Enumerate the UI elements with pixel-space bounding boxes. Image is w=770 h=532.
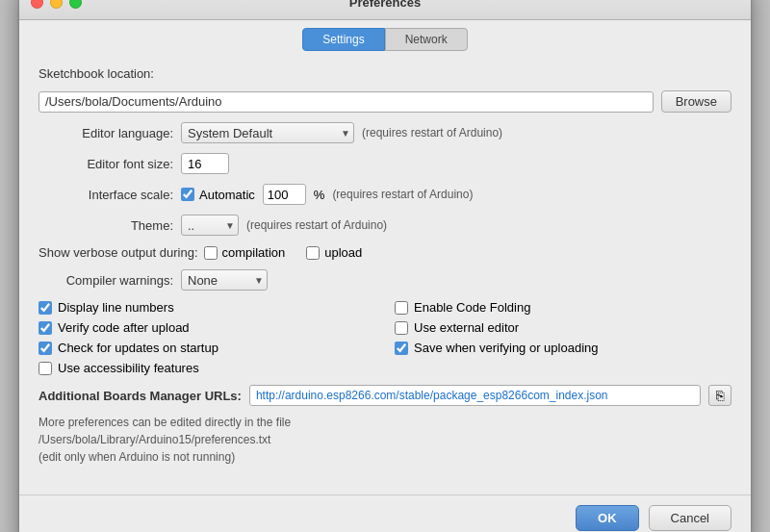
traffic-lights — [31, 0, 82, 9]
ok-button[interactable]: OK — [576, 505, 639, 531]
automatic-label: Automatic — [199, 188, 255, 202]
browse-button[interactable]: Browse — [661, 90, 732, 113]
automatic-checkbox-wrap: Automatic — [181, 188, 255, 202]
checkboxes-grid: Display line numbers Enable Code Folding… — [38, 300, 732, 375]
code-folding-label: Enable Code Folding — [414, 300, 530, 315]
interface-scale-label: Interface scale: — [38, 188, 173, 202]
font-size-input[interactable] — [181, 153, 229, 174]
footer: OK Cancel — [19, 494, 751, 532]
copy-icon-button[interactable]: ⎘ — [708, 385, 732, 406]
interface-scale-row: Interface scale: Automatic % (requires r… — [38, 184, 732, 205]
upload-checkbox-wrap: upload — [306, 245, 362, 260]
preferences-window: Preferences Settings Network Sketchbook … — [19, 0, 751, 532]
check-updates-label: Check for updates on startup — [58, 341, 218, 355]
scale-value-input[interactable] — [263, 184, 306, 205]
check-updates-item: Check for updates on startup — [38, 341, 375, 355]
close-button[interactable] — [31, 0, 43, 9]
compiler-warnings-select[interactable]: None — [181, 269, 268, 291]
editor-language-label: Editor language: — [38, 126, 173, 140]
upload-label: upload — [324, 245, 362, 260]
tab-network[interactable]: Network — [385, 28, 468, 51]
display-line-numbers-label: Display line numbers — [58, 300, 174, 315]
theme-hint: (requires restart of Arduino) — [246, 218, 387, 232]
minimize-button[interactable] — [50, 0, 63, 9]
compilation-checkbox-wrap: compilation — [204, 245, 286, 260]
compilation-label: compilation — [222, 245, 286, 260]
sketchbook-input-row: Browse — [38, 90, 732, 113]
theme-select-wrap: .. ▼ — [181, 215, 239, 236]
sketchbook-label: Sketchbook location: — [38, 66, 154, 81]
theme-select[interactable]: .. — [181, 215, 239, 236]
window-title: Preferences — [349, 0, 421, 10]
accessibility-checkbox[interactable] — [38, 362, 52, 375]
compiler-warnings-row: Compiler warnings: None ▼ — [38, 269, 732, 291]
save-verifying-item: Save when verifying or uploading — [395, 341, 732, 355]
editor-language-row: Editor language: System Default ▼ (requi… — [38, 122, 732, 143]
save-verifying-label: Save when verifying or uploading — [414, 341, 599, 355]
sketchbook-input[interactable] — [38, 91, 654, 113]
interface-scale-hint: (requires restart of Arduino) — [332, 188, 473, 201]
verify-code-label: Verify code after upload — [58, 320, 190, 335]
editor-language-select-wrap: System Default ▼ — [181, 122, 354, 143]
tab-bar: Settings Network — [19, 20, 751, 51]
titlebar: Preferences — [19, 0, 751, 20]
info-text: More preferences can be edited directly … — [38, 414, 732, 466]
save-verifying-checkbox[interactable] — [395, 342, 408, 355]
editor-font-size-row: Editor font size: — [38, 153, 732, 174]
verbose-row: Show verbose output during: compilation … — [38, 245, 732, 260]
compiler-warnings-select-wrap: None ▼ — [181, 269, 268, 291]
verify-code-item: Verify code after upload — [38, 320, 375, 335]
maximize-button[interactable] — [69, 0, 82, 9]
additional-boards-label: Additional Boards Manager URLs: — [38, 389, 242, 403]
percent-label: % — [314, 188, 325, 202]
additional-boards-input[interactable] — [249, 385, 701, 406]
external-editor-item: Use external editor — [395, 320, 732, 335]
accessibility-label: Use accessibility features — [58, 361, 199, 375]
cancel-button[interactable]: Cancel — [649, 505, 732, 531]
external-editor-label: Use external editor — [414, 320, 519, 335]
additional-boards-row: Additional Boards Manager URLs: ⎘ — [38, 385, 732, 406]
accessibility-item: Use accessibility features — [38, 361, 375, 375]
upload-checkbox[interactable] — [306, 246, 320, 260]
check-updates-checkbox[interactable] — [38, 342, 52, 355]
compilation-checkbox[interactable] — [204, 246, 218, 260]
external-editor-checkbox[interactable] — [395, 321, 408, 335]
editor-language-hint: (requires restart of Arduino) — [362, 126, 502, 139]
copy-icon: ⎘ — [716, 388, 724, 403]
display-line-numbers-checkbox[interactable] — [38, 301, 52, 315]
sketchbook-row: Sketchbook location: — [38, 66, 732, 81]
code-folding-checkbox[interactable] — [395, 301, 408, 315]
theme-label: Theme: — [38, 218, 173, 233]
display-line-numbers-item: Display line numbers — [38, 300, 375, 315]
compiler-warnings-label: Compiler warnings: — [38, 273, 173, 288]
automatic-checkbox[interactable] — [181, 188, 194, 201]
settings-content: Sketchbook location: Browse Editor langu… — [19, 51, 751, 494]
editor-language-select[interactable]: System Default — [181, 122, 354, 143]
code-folding-item: Enable Code Folding — [395, 300, 732, 315]
info-line1: More preferences can be edited directly … — [38, 414, 732, 431]
verbose-label: Show verbose output during: — [38, 245, 198, 260]
editor-font-size-label: Editor font size: — [38, 157, 173, 171]
theme-row: Theme: .. ▼ (requires restart of Arduino… — [38, 215, 732, 236]
verify-code-checkbox[interactable] — [38, 321, 52, 335]
info-line3: (edit only when Arduino is not running) — [38, 448, 732, 466]
tab-settings[interactable]: Settings — [302, 28, 384, 51]
info-line2: /Users/bola/Library/Arduino15/preference… — [38, 431, 732, 448]
